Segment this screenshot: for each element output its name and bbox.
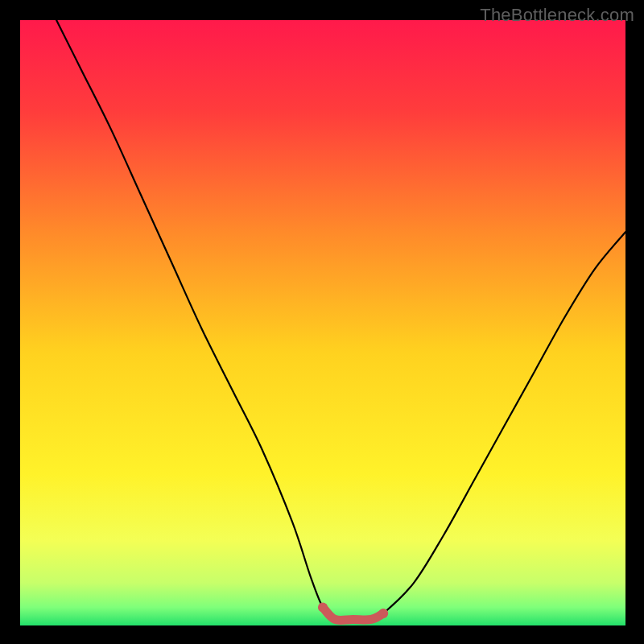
bottleneck-chart: TheBottleneck.com <box>0 0 644 644</box>
plot-background <box>20 20 625 625</box>
optimal-range-dot-left <box>318 602 328 612</box>
optimal-range-dot-right <box>378 609 388 618</box>
watermark-text: TheBottleneck.com <box>480 5 634 26</box>
chart-svg <box>0 0 644 644</box>
